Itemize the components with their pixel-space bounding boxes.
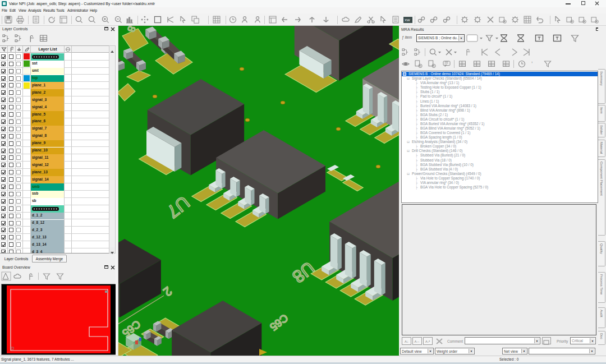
svg-text:’: ’ bbox=[531, 61, 532, 67]
svg-text:XW: XW bbox=[405, 19, 410, 22]
